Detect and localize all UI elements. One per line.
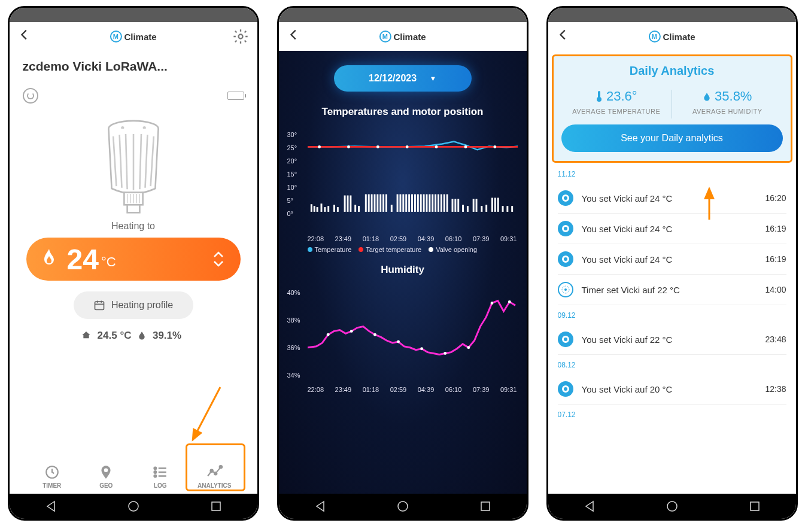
svg-rect-39 — [324, 207, 326, 212]
date-selector[interactable]: 12/12/2023 ▼ — [334, 65, 472, 92]
nav-recent-icon[interactable] — [480, 501, 491, 512]
svg-point-94 — [405, 145, 408, 148]
svg-point-97 — [493, 145, 496, 148]
log-row[interactable]: You set Vicki auf 20 °C12:38 — [558, 374, 786, 405]
nav-back-icon[interactable] — [45, 500, 57, 512]
annotation-arrow-icon — [184, 382, 226, 448]
tab-timer[interactable]: TIMER — [29, 464, 75, 489]
svg-point-105 — [490, 302, 493, 305]
svg-point-95 — [435, 145, 438, 148]
clock-icon — [43, 464, 61, 480]
nav-back-icon[interactable] — [314, 500, 326, 512]
chart1-x-ticks: 22:0823:49 01:1802:59 04:3906:10 07:3909… — [287, 235, 518, 242]
set-ring-icon — [558, 190, 573, 206]
svg-point-100 — [373, 333, 376, 336]
svg-point-30 — [214, 472, 217, 475]
set-ring-icon — [558, 251, 573, 267]
svg-rect-64 — [417, 194, 418, 212]
valve-illustration — [95, 114, 172, 216]
svg-point-26 — [154, 467, 156, 469]
nav-home-icon[interactable] — [127, 500, 139, 512]
log-time: 12:38 — [765, 384, 786, 394]
svg-rect-53 — [379, 194, 381, 212]
nav-back-icon[interactable] — [584, 500, 596, 512]
svg-rect-76 — [454, 199, 456, 212]
log-row[interactable]: You set Vicki auf 24 °C16:19 — [558, 214, 786, 244]
phone-daily-analytics: M Climate Daily Analytics 23.6° AVERAGE … — [546, 6, 798, 521]
thermometer-icon — [596, 90, 603, 102]
phone-analytics-charts: M Climate 12/12/2023 ▼ Temperatures and … — [277, 6, 528, 521]
avg-humidity-metric: 35.8% AVERAGE HUMIDITY — [672, 86, 783, 122]
svg-point-98 — [326, 333, 329, 336]
log-date-header: 08.12 — [558, 361, 786, 369]
svg-point-114 — [667, 501, 677, 511]
svg-rect-45 — [350, 196, 351, 212]
svg-rect-18 — [95, 302, 104, 309]
tab-log[interactable]: LOG — [137, 464, 184, 489]
log-time: 16:20 — [765, 193, 786, 203]
svg-rect-50 — [370, 194, 372, 212]
brand-text: Climate — [663, 32, 695, 42]
target-temperature-control[interactable]: 24 °C — [26, 238, 241, 281]
heating-profile-button[interactable]: Heating profile — [74, 291, 193, 319]
svg-rect-78 — [462, 205, 464, 212]
log-text: You set Vicki auf 22 °C — [582, 335, 765, 345]
svg-point-102 — [420, 347, 423, 350]
nav-recent-icon[interactable] — [211, 501, 221, 512]
nav-home-icon[interactable] — [397, 500, 409, 512]
refresh-icon[interactable] — [23, 88, 38, 104]
log-row[interactable]: You set Vicki auf 24 °C16:19 — [558, 244, 786, 275]
log-text: You set Vicki auf 24 °C — [582, 224, 765, 234]
svg-rect-72 — [440, 194, 442, 212]
current-temp: 24.5 °C — [98, 330, 132, 341]
svg-rect-79 — [466, 206, 468, 212]
brand-text: Climate — [124, 32, 156, 42]
settings-gear-icon[interactable] — [232, 28, 249, 45]
svg-rect-71 — [438, 194, 439, 212]
svg-rect-70 — [435, 194, 436, 212]
svg-rect-41 — [333, 205, 335, 212]
svg-rect-85 — [494, 197, 496, 211]
nav-recent-icon[interactable] — [749, 501, 760, 512]
log-row[interactable]: You set Vicki auf 24 °C16:20 — [558, 183, 786, 214]
svg-rect-63 — [414, 194, 415, 212]
svg-rect-51 — [373, 194, 375, 212]
see-daily-analytics-button[interactable]: See your Daily analytics — [561, 124, 783, 152]
tab-analytics[interactable]: ANALYTICS — [191, 464, 238, 489]
back-icon[interactable] — [287, 28, 300, 45]
brand-logo: M Climate — [110, 31, 156, 42]
svg-point-29 — [211, 470, 213, 472]
svg-point-27 — [154, 471, 156, 473]
nav-home-icon[interactable] — [666, 500, 678, 512]
log-date-header: 07.12 — [558, 411, 786, 419]
svg-rect-73 — [443, 194, 445, 212]
event-log-list[interactable]: 11.12You set Vicki auf 24 °C16:20You set… — [548, 162, 796, 494]
date-value: 12/12/2023 — [369, 73, 417, 84]
chart2-x-ticks: 22:0823:49 01:1802:59 04:3906:10 07:3909… — [287, 386, 518, 393]
svg-point-91 — [318, 145, 321, 148]
svg-rect-80 — [472, 199, 474, 212]
bottom-tabs: TIMER GEO LOG ANALYTICS — [23, 458, 244, 494]
svg-rect-74 — [446, 194, 448, 212]
tab-geo[interactable]: GEO — [83, 464, 129, 489]
android-status-bar — [10, 8, 257, 22]
svg-point-28 — [154, 475, 156, 477]
svg-rect-68 — [429, 194, 430, 212]
svg-rect-44 — [347, 196, 348, 212]
log-row[interactable]: Timer set Vicki auf 22 °C14:00 — [558, 275, 786, 305]
analytics-icon — [205, 464, 223, 480]
current-readings: 24.5 °C 39.1% — [23, 330, 244, 342]
back-icon[interactable] — [18, 28, 31, 45]
svg-rect-48 — [364, 194, 366, 212]
temp-stepper-icon[interactable] — [212, 250, 225, 269]
svg-point-113 — [564, 288, 567, 291]
svg-rect-65 — [420, 194, 421, 212]
brand-text: Climate — [393, 32, 426, 42]
back-icon[interactable] — [557, 28, 570, 45]
svg-rect-108 — [481, 502, 490, 510]
svg-rect-47 — [358, 206, 360, 212]
app-header: M Climate — [10, 22, 257, 51]
log-row[interactable]: You set Vicki auf 22 °C23:48 — [558, 324, 786, 355]
chart1-title: Temperatures and motor position — [287, 106, 518, 118]
svg-rect-61 — [408, 194, 410, 212]
